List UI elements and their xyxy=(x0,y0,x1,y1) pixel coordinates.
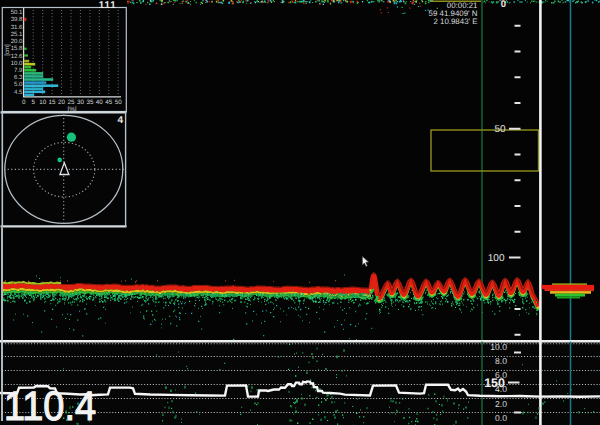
svg-text:10.0: 10.0 xyxy=(11,60,23,67)
svg-text:12.6: 12.6 xyxy=(11,53,23,60)
svg-text:31.6: 31.6 xyxy=(11,24,23,31)
svg-text:5: 5 xyxy=(31,99,35,106)
svg-text:50: 50 xyxy=(115,99,123,106)
svg-text:0: 0 xyxy=(22,99,26,106)
svg-text:15.8: 15.8 xyxy=(11,45,23,52)
svg-text:2 10.9843' E: 2 10.9843' E xyxy=(433,17,477,26)
svg-text:40: 40 xyxy=(96,99,104,106)
svg-text:45: 45 xyxy=(105,99,113,106)
svg-text:5.0: 5.0 xyxy=(14,81,23,88)
svg-text:[cm]: [cm] xyxy=(4,44,11,56)
svg-text:35: 35 xyxy=(86,99,94,106)
svg-text:4.5: 4.5 xyxy=(14,89,23,96)
svg-text:4: 4 xyxy=(117,115,123,126)
svg-text:100: 100 xyxy=(488,253,505,264)
svg-text:25.1: 25.1 xyxy=(11,31,23,38)
svg-text:20.0: 20.0 xyxy=(11,38,23,45)
svg-text:50: 50 xyxy=(494,124,506,135)
svg-text:50.1: 50.1 xyxy=(11,9,23,16)
svg-text:0: 0 xyxy=(501,0,506,10)
svg-text:0.0: 0.0 xyxy=(495,413,507,423)
svg-text:111: 111 xyxy=(99,0,117,11)
svg-text:39.8: 39.8 xyxy=(11,16,23,23)
svg-text:2.0: 2.0 xyxy=(495,399,507,409)
svg-text:150: 150 xyxy=(484,376,505,390)
svg-text:30: 30 xyxy=(77,99,85,106)
svg-text:10: 10 xyxy=(39,99,47,106)
svg-text:15: 15 xyxy=(49,99,57,106)
svg-text:10.0: 10.0 xyxy=(490,342,507,352)
svg-text:20: 20 xyxy=(58,99,66,106)
svg-text:8.0: 8.0 xyxy=(495,356,507,366)
svg-text:6.3: 6.3 xyxy=(14,74,23,81)
svg-text:7.9: 7.9 xyxy=(14,67,23,74)
